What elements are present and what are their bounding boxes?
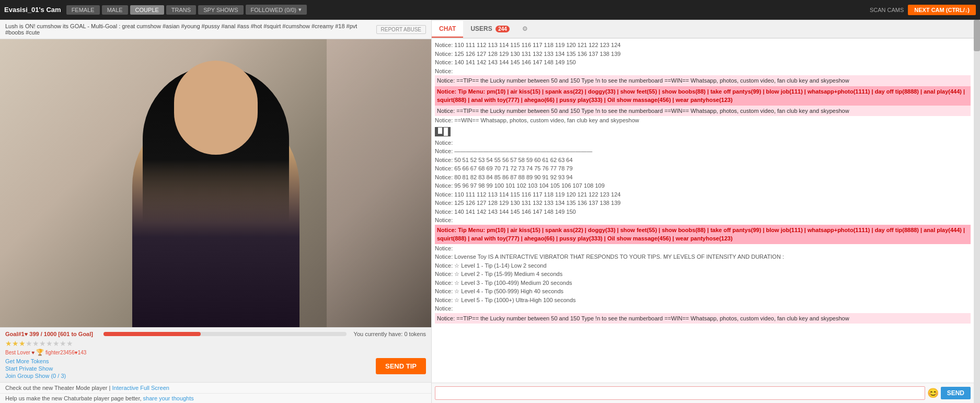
nav-tag-trans[interactable]: TRANS [166, 5, 196, 15]
chat-message: Notice: Lovense Toy IS A INTERACTIVE VIB… [435, 252, 971, 261]
star-7: ★ [46, 339, 53, 348]
action-buttons: Get More Tokens Start Private Show Join … [5, 358, 426, 379]
join-group-show-link: Join Group Show (0 / 3) [5, 373, 66, 379]
nav-tag-spy-shows[interactable]: SPY SHOWS [198, 5, 243, 15]
token-info: You currently have: 0 tokens [354, 331, 426, 337]
chat-message: Notice: [435, 216, 971, 225]
star-8: ★ [53, 339, 60, 348]
chat-message: Notice: 140 141 142 143 144 145 146 147 … [435, 208, 971, 216]
main-layout: Lush is ON! cumshow its GOAL - Multi-Goa… [0, 20, 980, 403]
feedback-bar: Help us make the new Chaturbate player p… [0, 393, 431, 403]
chat-message: Notice: 80 81 82 83 84 85 86 87 88 89 90… [435, 173, 971, 182]
chat-message: Notice: 125 126 127 128 129 130 131 132 … [435, 50, 971, 59]
chat-message: Notice: ☆ Level 2 - Tip (15-99) Medium 4… [435, 270, 971, 279]
chat-message: Notice: ☆ Level 3 - Tip (100-499) Medium… [435, 279, 971, 287]
followed-button[interactable]: FOLLOWED (0/0) ▾ [246, 5, 307, 15]
chat-message: Notice: 50 51 52 53 54 55 56 57 58 59 60… [435, 156, 971, 165]
right-panel: CHAT USERS 244 ⚙ Notice: 110 111 112 113… [431, 20, 974, 403]
chat-message: Notice: 110 111 112 113 114 115 116 117 … [435, 190, 971, 199]
footer-links: Check out the new Theater Mode player | … [0, 382, 431, 393]
chat-tab-users[interactable]: USERS 244 [463, 21, 516, 38]
chat-settings-gear[interactable]: ⚙ [517, 22, 533, 36]
goal-label: Goal#1♥ 399 / 1000 [601 to Goal] [5, 331, 93, 337]
chat-message: Notice: [435, 304, 971, 313]
top-navigation: Evasisi_01's Cam FEMALE MALE COUPLE TRAN… [0, 0, 980, 20]
chat-input[interactable] [435, 386, 925, 400]
scan-cams-button[interactable]: SCAN CAMS [870, 7, 904, 13]
send-message-button[interactable]: SEND [941, 387, 971, 399]
stars-row: ★ ★ ★ ★ ★ ★ ★ ★ ★ ★ [5, 339, 426, 348]
chat-tab-chat[interactable]: CHAT [432, 21, 463, 38]
chat-message: Notice: 125 126 127 128 129 130 131 132 … [435, 199, 971, 208]
right-scrollbar[interactable] [974, 20, 980, 403]
chat-message: Notice: ☆ Level 1 - Tip (1-14) Low 2 sec… [435, 261, 971, 270]
chat-message: Notice: ☆ Level 4 - Tip (500-999) High 4… [435, 287, 971, 296]
star-5: ★ [32, 339, 39, 348]
users-count-badge: 244 [495, 26, 510, 32]
chat-message: Notice: 95 96 97 98 99 100 101 102 103 1… [435, 181, 971, 190]
chat-message: Notice: Tip Menu: pm(10) | air kiss(15) … [435, 225, 971, 244]
best-lover-row: Best Lover ♥ 🏆 fighter23456♥143 [5, 349, 426, 356]
chat-input-area: 😊 SEND [432, 383, 974, 403]
chat-message: Notice: [435, 67, 971, 76]
star-9: ★ [60, 339, 66, 348]
chat-message: Notice: ==WIN== Whatsapp, photos, custom… [435, 116, 971, 125]
star-1: ★ [5, 339, 12, 348]
start-private-show-link[interactable]: Start Private Show [5, 365, 372, 372]
video-face [174, 61, 258, 155]
nav-tag-couple[interactable]: COUPLE [130, 5, 164, 15]
chat-message: Notice: [435, 244, 971, 253]
action-links: Get More Tokens Start Private Show Join … [5, 358, 372, 379]
bottom-controls: Goal#1♥ 399 / 1000 [601 to Goal] You cur… [0, 327, 431, 382]
goal-row: Goal#1♥ 399 / 1000 [601 to Goal] You cur… [5, 331, 426, 337]
emoji-button[interactable]: 😊 [927, 387, 939, 399]
chat-message: Notice: ==TIP== the Lucky number between… [435, 313, 971, 324]
star-3: ★ [19, 339, 26, 348]
chat-message: Notice: Tip Menu: pm(10) | air kiss(15) … [435, 86, 971, 106]
chat-message [435, 127, 451, 136]
cam-title: Evasisi_01's Cam [4, 6, 61, 14]
nav-tag-male[interactable]: MALE [102, 5, 128, 15]
send-tip-button[interactable]: SEND TIP [376, 358, 426, 374]
chat-messages-area[interactable]: Notice: 110 111 112 113 114 115 116 117 … [432, 39, 974, 383]
interactive-fullscreen-link[interactable]: Interactive Full Screen [112, 385, 169, 391]
nav-tag-female[interactable]: FEMALE [66, 5, 100, 15]
chat-message: Notice: 110 111 112 113 114 115 116 117 … [435, 41, 971, 50]
chat-message: Notice: [435, 139, 971, 147]
goal-progress-bar [103, 332, 347, 336]
chevron-down-icon: ▾ [298, 6, 302, 13]
chat-message: Notice: 140 141 142 143 144 145 146 147 … [435, 58, 971, 67]
get-more-tokens-link[interactable]: Get More Tokens [5, 358, 372, 364]
report-abuse-button[interactable]: REPORT ABUSE [376, 25, 426, 34]
star-10: ★ [66, 339, 73, 348]
star-4: ★ [26, 339, 32, 348]
next-cam-button[interactable]: NEXT CAM (CTRL/↓) [908, 5, 976, 15]
chat-message: Notice: 65 66 67 68 69 70 71 72 73 74 75… [435, 164, 971, 173]
goal-bar-fill [103, 332, 201, 336]
chat-message: Notice: ☆ Level 5 - Tip (1000+) Ultra-Hi… [435, 296, 971, 305]
chat-message: Notice: ==TIP== the Lucky number between… [435, 75, 971, 86]
chat-message: Notice: ==TIP== the Lucky number between… [435, 106, 971, 117]
star-2: ★ [12, 339, 19, 348]
star-6: ★ [39, 339, 46, 348]
scroll-thumb[interactable] [974, 20, 980, 51]
chat-message: Notice: ———————————————————————— [435, 147, 971, 156]
video-area [0, 39, 431, 327]
goal-text: Lush is ON! cumshow its GOAL - Multi-Goa… [5, 23, 376, 36]
video-bg-decor [327, 39, 431, 327]
info-bar: Lush is ON! cumshow its GOAL - Multi-Goa… [0, 20, 431, 39]
chat-tabs: CHAT USERS 244 ⚙ [432, 20, 974, 39]
video-placeholder [0, 39, 431, 327]
share-thoughts-link[interactable]: share your thoughts [143, 395, 194, 401]
left-panel: Lush is ON! cumshow its GOAL - Multi-Goa… [0, 20, 431, 403]
